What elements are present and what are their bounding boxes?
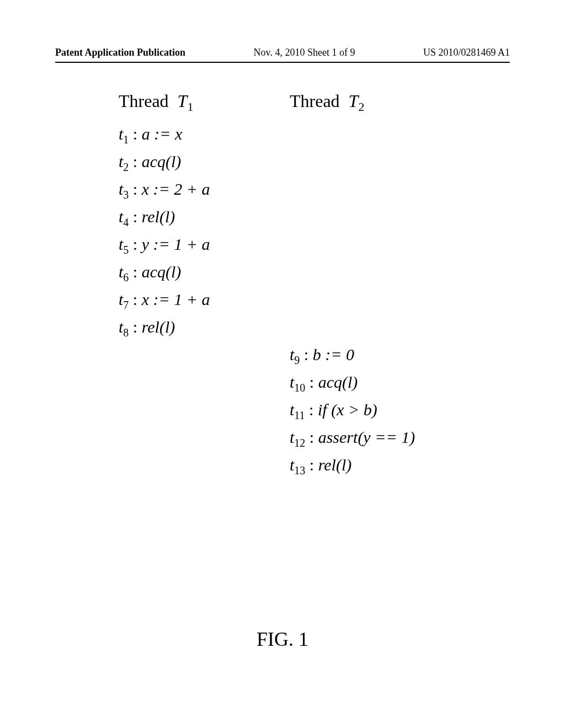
thread-1-header: Thread T1 (119, 91, 290, 114)
thread-headers-row: Thread T1 Thread T2 (119, 91, 446, 114)
thread-1-label: Thread (119, 91, 169, 111)
thread-2-var: T2 (344, 91, 365, 111)
thread-2-label: Thread (290, 91, 340, 111)
figure-content: Thread T1 Thread T2 t1 : a := x t2 : acq… (0, 91, 565, 479)
step-t7: t7 : x := 1 + a (119, 286, 446, 314)
step-t10: t10 : acq(l) (119, 369, 446, 397)
step-t3: t3 : x := 2 + a (119, 176, 446, 204)
step-t6: t6 : acq(l) (119, 259, 446, 286)
code-listing: t1 : a := x t2 : acq(l) t3 : x := 2 + a … (119, 121, 446, 479)
page-header: Patent Application Publication Nov. 4, 2… (0, 47, 565, 58)
publication-label: Patent Application Publication (55, 47, 185, 58)
step-t1: t1 : a := x (119, 121, 446, 148)
publication-number: US 2010/0281469 A1 (423, 47, 510, 58)
step-t9: t9 : b := 0 (119, 341, 446, 369)
step-t4: t4 : rel(l) (119, 204, 446, 231)
step-t8: t8 : rel(l) (119, 314, 446, 341)
thread-2-header: Thread T2 (290, 91, 364, 114)
header-divider (55, 62, 510, 63)
step-t13: t13 : rel(l) (119, 452, 446, 479)
step-t11: t11 : if (x > b) (119, 397, 446, 424)
thread-1-var: T1 (173, 91, 194, 111)
step-t5: t5 : y := 1 + a (119, 231, 446, 259)
date-and-sheet: Nov. 4, 2010 Sheet 1 of 9 (254, 47, 355, 58)
step-t12: t12 : assert(y == 1) (119, 424, 446, 452)
step-t2: t2 : acq(l) (119, 148, 446, 176)
figure-caption: FIG. 1 (0, 628, 565, 651)
